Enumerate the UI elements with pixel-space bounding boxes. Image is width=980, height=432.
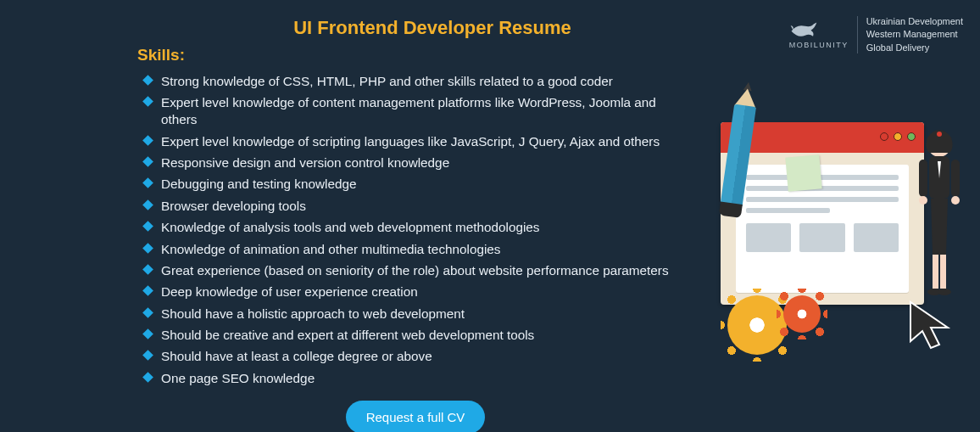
skill-item: Should have at least a college degree or… [144, 348, 687, 365]
svg-point-12 [938, 289, 951, 295]
brand-logo-block: MOBILUNITY Ukrainian Development Western… [789, 15, 963, 54]
skill-text: One page SEO knowledge [161, 371, 315, 385]
skill-item: Responsive design and version control kn… [144, 154, 687, 171]
request-cv-button[interactable]: Request a full CV [346, 401, 486, 432]
skill-item: Browser developing tools [144, 198, 687, 215]
bullet-diamond-icon [142, 75, 153, 86]
businesswoman-icon [912, 127, 966, 306]
tagline-1: Ukrainian Development [866, 15, 963, 28]
window-controls-icon [880, 132, 916, 141]
skills-heading: Skills: [137, 46, 687, 65]
svg-rect-4 [919, 160, 927, 197]
skill-item: Should have a holistic approach to web d… [144, 306, 687, 323]
skill-text: Debugging and testing knowledge [161, 177, 356, 191]
svg-marker-0 [910, 302, 948, 348]
resume-content: UI Frontend Developer Resume Skills: Str… [144, 17, 687, 424]
page-content-mock [736, 165, 909, 293]
bullet-diamond-icon [142, 328, 153, 339]
webpage-mock-icon [721, 122, 924, 305]
cursor-arrow-icon [905, 297, 956, 356]
bullet-diamond-icon [142, 285, 153, 296]
bullet-diamond-icon [142, 199, 153, 210]
bullet-diamond-icon [142, 221, 153, 232]
svg-rect-9 [933, 255, 938, 289]
skill-text: Knowledge of analysis tools and web deve… [161, 220, 539, 234]
bullet-diamond-icon [142, 243, 153, 254]
svg-rect-5 [951, 160, 960, 197]
tagline-3: Global Delivery [866, 42, 963, 54]
skill-text: Should have a holistic approach to web d… [161, 306, 465, 321]
bullet-diamond-icon [142, 372, 153, 383]
skill-item: Debugging and testing knowledge [144, 176, 687, 193]
bullet-diamond-icon [142, 156, 153, 167]
skill-item: Deep knowledge of user experience creati… [144, 283, 687, 300]
logo-separator [857, 16, 858, 53]
tagline-2: Western Management [866, 28, 963, 41]
svg-point-7 [951, 196, 960, 205]
svg-point-6 [919, 196, 927, 205]
bullet-diamond-icon [142, 97, 153, 108]
skills-list: Strong knowledge of CSS, HTML, PHP and o… [144, 73, 687, 387]
skill-text: Browser developing tools [161, 199, 306, 213]
skill-text: Expert level knowledge of content manage… [161, 95, 656, 126]
skill-text: Great experience (based on seniority of … [161, 263, 669, 278]
cta-wrap: Request a full CV [144, 401, 687, 432]
brand-name: MOBILUNITY [789, 41, 849, 49]
skill-item: Strong knowledge of CSS, HTML, PHP and o… [144, 73, 687, 90]
bullet-diamond-icon [142, 351, 153, 362]
skill-text: Expert level knowledge of scripting lang… [161, 134, 660, 149]
bullet-diamond-icon [142, 178, 153, 189]
gear-orange-icon [783, 295, 821, 333]
skill-text: Should be creative and expert at differe… [161, 328, 534, 342]
skill-text: Deep knowledge of user experience creati… [161, 284, 418, 299]
skill-item: Knowledge of animation and other multime… [144, 241, 687, 258]
bullet-diamond-icon [142, 264, 153, 275]
sticky-note-icon [785, 154, 821, 191]
skill-text: Responsive design and version control kn… [161, 155, 449, 170]
page-title: UI Frontend Developer Resume [178, 17, 687, 39]
whale-logo-icon [789, 20, 818, 39]
svg-point-2 [937, 132, 942, 137]
skill-item: Should be creative and expert at differe… [144, 327, 687, 344]
skill-text: Knowledge of animation and other multime… [161, 242, 501, 256]
skill-item: Knowledge of analysis tools and web deve… [144, 219, 687, 236]
skill-item: One page SEO knowledge [144, 370, 687, 387]
brand-mark-col: MOBILUNITY [789, 20, 849, 49]
skill-item: Expert level knowledge of content manage… [144, 94, 687, 128]
skill-item: Expert level knowledge of scripting lang… [144, 133, 687, 150]
svg-rect-10 [940, 255, 946, 289]
bullet-diamond-icon [142, 307, 153, 318]
bullet-diamond-icon [142, 135, 153, 146]
skill-text: Strong knowledge of CSS, HTML, PHP and o… [161, 74, 613, 88]
skill-text: Should have at least a college degree or… [161, 349, 432, 363]
skill-item: Great experience (based on seniority of … [144, 262, 687, 279]
brand-taglines: Ukrainian Development Western Management… [866, 15, 963, 54]
hero-illustration [709, 110, 963, 348]
